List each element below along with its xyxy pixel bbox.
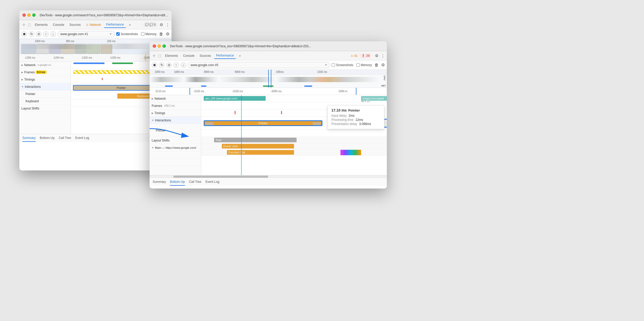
tab-console-2[interactable]: Console [181,53,197,59]
time-marker-blue-2 [268,70,269,88]
tooltip-type: Pointer [348,108,360,112]
pointer-bar-w2-main[interactable]: Pointer [204,120,322,126]
scrollbar-thumb-2[interactable] [173,176,268,178]
tracks-area-1: ▶ Network n.google.co ▶ Frames 8.3 ms ▶ … [19,61,172,134]
chevron-interactions-2: ▼ [152,119,154,122]
memory-checkbox-2[interactable]: Memory [356,63,372,67]
track-main-label-2[interactable]: ▼ Main — https://www.google.com/ [150,144,201,151]
screenshots-checkbox-1[interactable]: Screenshots [116,32,138,36]
timeline-overview-2[interactable]: 1000 ms 1000 ms 3000 ms 4000 ms 335ms 13… [150,70,387,88]
net-overview [150,85,379,87]
overview-tick-1: 1000 ms [155,71,165,73]
track-frames-label[interactable]: ▶ Frames 8.3 ms [19,69,71,76]
track-labels-2: ▶ Network Frames 428.1 ms ▶ Timings ▼ In… [150,95,201,175]
timeline-ruler-2: -3110 ms -3105 ms -3100 ms -3095 ms -309… [150,88,387,95]
frames-label: Frames [24,71,35,74]
chevron-timings-2: ▶ [152,112,153,114]
warning-badge-2: ⚠ 41 [350,54,358,58]
tab-network-1[interactable]: ⚠ Network [84,22,103,28]
settings-icon-toolbar-1[interactable]: ⚙ [166,32,169,36]
more-icon-2[interactable]: ⋮ [381,53,385,58]
tab-sources-1[interactable]: Sources [67,22,83,28]
track-timings-label[interactable]: ▶ Timings [19,76,71,83]
screenshots-checkbox-2[interactable]: Screenshots [332,63,353,67]
tab-summary-1[interactable]: Summary [22,135,36,142]
track-marker-blue-left [241,95,242,175]
settings-icon-2[interactable]: ⚙ [373,53,380,58]
track-pointer-label[interactable]: Pointer [19,90,71,98]
url-dropdown-icon-2: ▼ [325,64,327,66]
tab-calltree-2[interactable]: Call Tree [189,178,201,186]
memory-checkbox-1[interactable]: Memory [141,32,157,36]
device-icon-2: ⬚ [157,53,162,58]
trash-icon-2[interactable]: 🗑 [373,63,380,67]
upload-button-2[interactable]: ↑ [173,62,179,68]
overview-tick-2: 1000 ms [174,71,184,73]
timing-marker-2 [235,111,235,114]
track-layoutshifts-label-2[interactable]: Layout Shifts [150,137,201,144]
record-button-2[interactable]: ⏺ [152,62,157,68]
clear-button-1[interactable]: ⊘ [36,31,42,37]
ruler-2-ms-3: -3100 ms [232,90,243,93]
error-badge-2: ❗ 29 [360,54,371,58]
maximize-button-2[interactable] [162,44,166,48]
main-task-row: Task [201,137,387,143]
track-frames-label-2[interactable]: Frames 428.1 ms [150,102,201,109]
track-pointer-label-2[interactable]: Pointer [150,124,201,137]
toolbar-checkboxes-2: Screenshots Memory [332,63,372,67]
close-button-2[interactable] [153,44,156,48]
tab-eventlog-1[interactable]: Event Log [75,135,89,142]
more-icon-1[interactable]: ⋮ [166,22,169,27]
tab-performance-2[interactable]: Performance [214,53,236,59]
track-keyboard-label[interactable]: Keyboard [19,98,71,105]
settings-icon-toolbar-2[interactable]: ⚙ [381,62,385,67]
timeline-overview-1[interactable]: 1000 ms 300 ms 220 ms [19,39,172,54]
titlebar-1: DevTools - www.google.com/search?sca_esv… [19,10,172,20]
tooltip-presentation: Presentation delay 3.098ms [331,122,380,126]
track-network-label[interactable]: ▶ Network n.google.co [19,61,71,69]
reload-button-2[interactable]: ↻ [159,62,165,68]
horizontal-scrollbar-2[interactable] [150,175,387,178]
close-button[interactable] [22,13,26,17]
upload-button-1[interactable]: ↑ [43,31,49,37]
track-network-label-2[interactable]: ▶ Network [150,95,201,102]
tab-performance-1[interactable]: Performance [104,22,126,28]
tab-console-1[interactable]: Console [51,22,66,28]
settings-icon-1[interactable]: ⚙ [158,22,165,27]
tab-elements-2[interactable]: Elements [163,53,180,59]
track-labels-1: ▶ Network n.google.co ▶ Frames 8.3 ms ▶ … [19,61,71,134]
tab-sources-2[interactable]: Sources [198,53,213,59]
tab-bottomup-2[interactable]: Bottom-Up [170,178,185,186]
task-label: Task [216,138,222,142]
tab-calltree-1[interactable]: Call Tree [59,135,71,142]
track-task-label [150,151,201,159]
track-interactions-label[interactable]: ▼ Interactions [19,83,71,90]
tab-more-2[interactable]: » [237,53,243,59]
track-timings-label-2[interactable]: ▶ Timings [150,109,201,117]
trash-icon-1[interactable]: 🗑 [158,32,164,36]
chevron-right-icon: ▶ [21,64,23,66]
tooltip-presentation-label: Presentation delay [331,122,357,126]
minimize-button[interactable] [27,13,31,17]
tab-bottomup-1[interactable]: Bottom-Up [40,135,54,142]
url-dropdown-icon: ▼ [109,33,112,35]
clear-button-2[interactable]: ⊘ [166,62,172,68]
track-interactions-label-2[interactable]: ▼ Interactions [150,117,201,124]
tab-summary-2[interactable]: Summary [153,178,166,186]
download-button-2[interactable]: ↓ [181,62,186,68]
frames-badge: 8.3 ms [36,71,46,74]
tab-more-1[interactable]: » [127,22,133,28]
record-button-1[interactable]: ⏺ [21,31,27,37]
ruler-2-ms-2: -3105 ms [193,90,204,93]
url-bar-2[interactable]: www.google.com #5 ▼ [188,62,330,68]
download-button-1[interactable]: ↓ [50,31,56,37]
maximize-button[interactable] [32,13,36,17]
url-text-1: www.google.com #1 [60,32,88,36]
reload-button-1[interactable]: ↻ [29,31,34,37]
track-layoutshifts-label[interactable]: Layout Shifts [19,105,71,112]
url-bar-1[interactable]: www.google.com #1 ▼ [58,31,115,37]
tab-eventlog-2[interactable]: Event Log [206,178,219,186]
tab-elements-1[interactable]: Elements [33,22,50,28]
tooltip-processing-value: 12ms [355,118,363,122]
minimize-button-2[interactable] [158,44,161,48]
